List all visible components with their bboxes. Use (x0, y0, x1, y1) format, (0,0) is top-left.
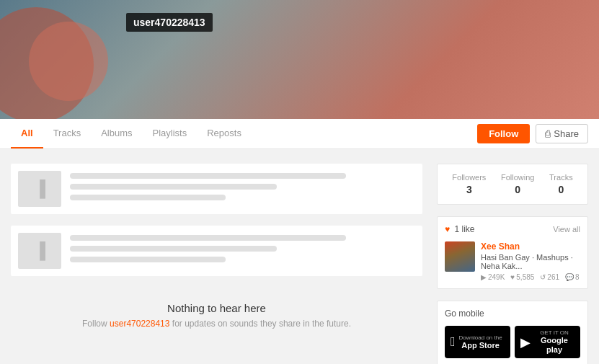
banner-circle-small (29, 22, 108, 101)
like-track[interactable]: Hasi Ban Gay · Mashups · Neha Kak... (481, 253, 580, 270)
skeleton-line (70, 235, 346, 241)
skeleton-line (70, 184, 277, 190)
tracks-label: Tracks (549, 173, 573, 182)
right-panel: Followers 3 Following 0 Tracks 0 ♥ 1 lik… (437, 164, 588, 364)
plays-stat: ▶ 249K (481, 273, 505, 281)
skeleton-lines-1 (70, 173, 415, 205)
go-mobile-section: Go mobile  Download on the App Store ▶ … (437, 301, 588, 364)
skeleton-lines-2 (70, 235, 415, 267)
waveform-icon-2: ▐ (34, 241, 45, 260)
skeleton-track-1: ▐ (11, 164, 422, 214)
skeleton-track-2: ▐ (11, 226, 422, 276)
google-play-name: Google play (534, 336, 574, 355)
share-label: Share (554, 128, 579, 139)
app-store-button[interactable]:  Download on the App Store (445, 326, 510, 358)
subtitle-username: user470228413 (110, 319, 169, 329)
stat-tracks: Tracks 0 (549, 173, 573, 195)
app-store-sub: Download on the (459, 334, 502, 341)
skeleton-line (70, 246, 277, 252)
like-artist[interactable]: Xee Shan (481, 241, 580, 252)
skeleton-waveform-1: ▐ (18, 171, 61, 207)
likes-title: ♥ 1 like (445, 224, 474, 234)
followers-label: Followers (452, 173, 486, 182)
empty-subtitle: Follow user470228413 for updates on soun… (11, 319, 422, 329)
nav-actions: Follow ⎙ Share (477, 124, 588, 143)
waveform-icon-1: ▐ (34, 179, 45, 198)
main-content: ▐ ▐ Nothing to hear here Follow user4702… (0, 149, 599, 364)
nav-tabs: All Tracks Albums Playlists Reposts (11, 119, 477, 148)
followers-value: 3 (452, 184, 486, 195)
app-store-text: Download on the App Store (459, 334, 502, 350)
like-info: Xee Shan Hasi Ban Gay · Mashups · Neha K… (481, 241, 580, 281)
apple-icon:  (451, 334, 456, 350)
subtitle-suffix: for updates on sounds they share in the … (169, 319, 351, 329)
nav-bar: All Tracks Albums Playlists Reposts Foll… (0, 119, 599, 149)
share-button[interactable]: ⎙ Share (536, 124, 588, 143)
username-badge: user470228413 (126, 13, 213, 32)
skeleton-line (70, 173, 346, 179)
left-panel: ▐ ▐ Nothing to hear here Follow user4702… (11, 164, 437, 364)
stat-following: Following 0 (501, 173, 534, 195)
like-icon: ♥ (510, 273, 515, 281)
google-play-text: GET IT ON Google play (534, 329, 574, 355)
stat-followers: Followers 3 (452, 173, 486, 195)
heart-icon: ♥ (445, 224, 450, 234)
tracks-value: 0 (549, 184, 573, 195)
tab-all[interactable]: All (11, 119, 43, 148)
like-thumbnail (445, 241, 475, 272)
empty-state: Nothing to hear here Follow user47022841… (11, 288, 422, 336)
likes-stat: ♥ 5,585 (510, 273, 534, 281)
follow-button[interactable]: Follow (477, 124, 530, 143)
following-value: 0 (501, 184, 534, 195)
likes-section: ♥ 1 like View all Xee Shan Hasi Ban Gay … (437, 216, 588, 289)
tab-playlists[interactable]: Playlists (143, 119, 198, 148)
skeleton-line (70, 257, 226, 262)
go-mobile-title: Go mobile (445, 308, 580, 319)
empty-title: Nothing to hear here (11, 302, 422, 314)
google-play-button[interactable]: ▶ GET IT ON Google play (515, 326, 580, 358)
following-label: Following (501, 173, 534, 182)
store-buttons:  Download on the App Store ▶ GET IT ON … (445, 326, 580, 358)
like-item: Xee Shan Hasi Ban Gay · Mashups · Neha K… (445, 241, 580, 281)
banner: user470228413 (0, 0, 599, 119)
tab-tracks[interactable]: Tracks (43, 119, 92, 148)
google-play-sub: GET IT ON (534, 329, 574, 336)
share-icon: ⎙ (545, 128, 551, 139)
app-store-name: App Store (459, 341, 502, 350)
repost-icon: ↺ (540, 273, 546, 281)
subtitle-prefix: Follow (82, 319, 110, 329)
tab-albums[interactable]: Albums (91, 119, 142, 148)
tab-reposts[interactable]: Reposts (197, 119, 252, 148)
comments-stat: 💬 8 (565, 273, 580, 281)
android-icon: ▶ (520, 334, 531, 350)
play-icon: ▶ (481, 273, 487, 281)
likes-header: ♥ 1 like View all (445, 224, 580, 234)
comment-icon: 💬 (565, 273, 574, 281)
like-meta: ▶ 249K ♥ 5,585 ↺ 261 💬 (481, 273, 580, 281)
reposts-stat: ↺ 261 (540, 273, 559, 281)
view-all-link[interactable]: View all (553, 225, 580, 234)
skeleton-waveform-2: ▐ (18, 233, 61, 269)
skeleton-line (70, 195, 226, 200)
stats-row: Followers 3 Following 0 Tracks 0 (437, 164, 588, 205)
